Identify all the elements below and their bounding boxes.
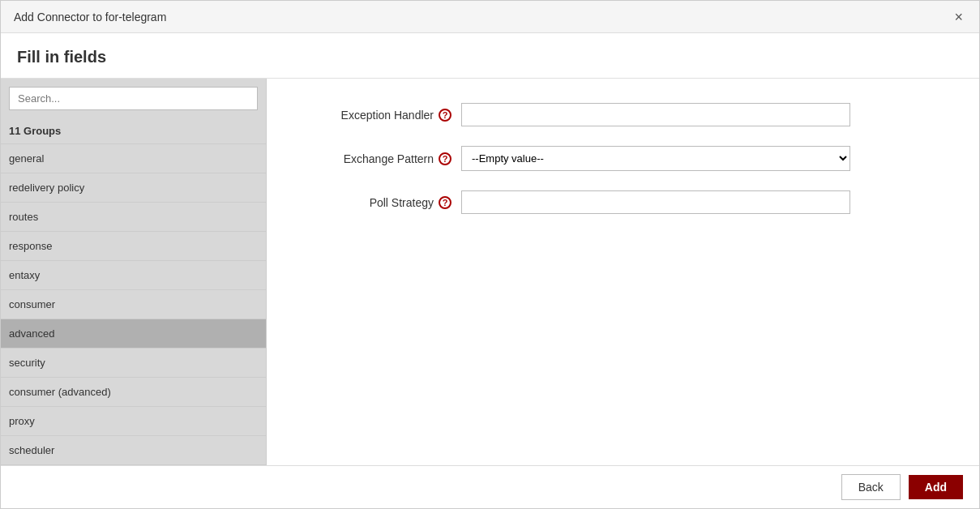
exchange-pattern-select[interactable]: --Empty value-- xyxy=(461,146,850,171)
sidebar-item-entaxy[interactable]: entaxy xyxy=(1,261,266,290)
search-container xyxy=(1,79,266,118)
close-button[interactable]: × xyxy=(951,10,966,24)
sidebar-item-general[interactable]: general xyxy=(1,144,266,173)
sidebar-item-consumer-advanced[interactable]: consumer (advanced) xyxy=(1,378,266,407)
add-button[interactable]: Add xyxy=(909,475,963,499)
exception-handler-input[interactable] xyxy=(461,103,850,126)
sidebar-item-security[interactable]: security xyxy=(1,349,266,378)
search-input[interactable] xyxy=(9,87,258,110)
sidebar-item-response[interactable]: response xyxy=(1,232,266,261)
back-button[interactable]: Back xyxy=(841,474,901,500)
main-panel: Exception Handler ? Exchange Pattern ? -… xyxy=(267,79,979,465)
modal-footer: Back Add xyxy=(1,465,979,508)
exception-handler-row: Exception Handler ? xyxy=(315,103,931,126)
exchange-pattern-help-icon[interactable]: ? xyxy=(439,152,451,165)
exchange-pattern-label: Exchange Pattern ? xyxy=(315,152,461,165)
sidebar-item-advanced[interactable]: advanced xyxy=(1,319,266,349)
sidebar-item-proxy[interactable]: proxy xyxy=(1,407,266,436)
sidebar-item-consumer[interactable]: consumer xyxy=(1,290,266,319)
sidebar-item-scheduler[interactable]: scheduler xyxy=(1,436,266,465)
poll-strategy-label: Poll Strategy ? xyxy=(315,196,461,209)
poll-strategy-row: Poll Strategy ? xyxy=(315,190,931,214)
poll-strategy-input[interactable] xyxy=(461,190,850,214)
exception-handler-label: Exception Handler ? xyxy=(315,109,461,122)
groups-header: 11 Groups xyxy=(1,118,266,144)
sidebar-item-redelivery-policy[interactable]: redelivery policy xyxy=(1,173,266,203)
modal-content: 11 Groups general redelivery policy rout… xyxy=(1,79,979,465)
modal-title: Add Connector to for-telegram xyxy=(14,11,166,24)
modal-header: Add Connector to for-telegram × xyxy=(1,1,979,33)
body-title: Fill in fields xyxy=(1,33,979,79)
exception-handler-help-icon[interactable]: ? xyxy=(439,109,451,122)
sidebar-item-routes[interactable]: routes xyxy=(1,203,266,232)
poll-strategy-help-icon[interactable]: ? xyxy=(439,196,451,209)
sidebar: 11 Groups general redelivery policy rout… xyxy=(1,79,267,465)
modal: Add Connector to for-telegram × Fill in … xyxy=(0,0,980,509)
exchange-pattern-row: Exchange Pattern ? --Empty value-- xyxy=(315,146,931,171)
